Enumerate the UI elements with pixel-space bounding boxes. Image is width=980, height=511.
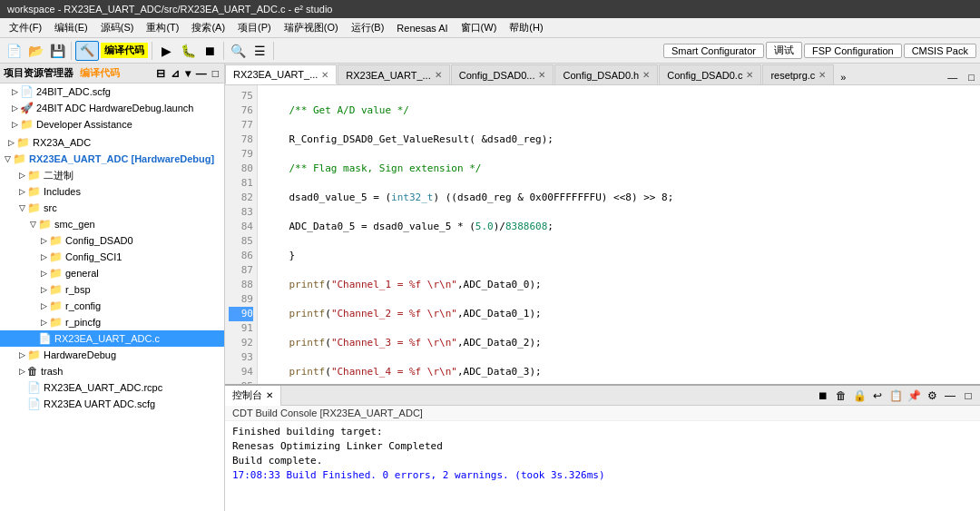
- code-line-76: R_Config_DSAD0_Get_ValueResult( &dsad0_r…: [265, 133, 973, 147]
- console-scroll-lock-icon[interactable]: 🔒: [851, 388, 867, 404]
- tab-close-4[interactable]: ✕: [746, 70, 753, 80]
- console-max-icon[interactable]: □: [960, 388, 976, 404]
- tab-close-2[interactable]: ✕: [538, 70, 545, 80]
- file-icon: 📄: [20, 85, 34, 98]
- menu-search[interactable]: 搜索(A): [186, 19, 230, 36]
- tree-item-rx23a-adc[interactable]: ▷ 📁 RX23A_ADC: [0, 134, 224, 151]
- editor-min-button[interactable]: —: [942, 70, 963, 84]
- console-stop-icon[interactable]: ⏹: [815, 388, 831, 404]
- debug-run-button[interactable]: 🐛: [178, 41, 198, 61]
- maximize-icon[interactable]: □: [211, 66, 220, 81]
- main-container: 项目资源管理器 编译代码 ⊟ ⊿ ▾ — □ ▷ 📄 24BIT_ADC.scf…: [0, 64, 980, 511]
- console-line-3: Renesas Optimizing Linker Completed: [232, 439, 973, 454]
- run-button[interactable]: ▶: [156, 41, 176, 61]
- filter-button[interactable]: 🔍: [228, 41, 248, 61]
- folder-open-icon: 📁: [38, 218, 52, 231]
- filter-icon[interactable]: ⊿: [169, 66, 181, 81]
- tree-item-adc-scfg[interactable]: ▷ 📄 24BIT_ADC.scfg: [0, 84, 224, 100]
- tab-1[interactable]: RX23EA_UART_... ✕: [338, 64, 449, 84]
- console-copy-icon[interactable]: 📋: [887, 388, 904, 404]
- tab-label-2: Config_DSAD0...: [459, 70, 535, 81]
- tree-item-trash[interactable]: ▷ 🗑 trash: [0, 363, 224, 379]
- menu-source[interactable]: 源码(S): [95, 19, 140, 36]
- collapse-all-icon[interactable]: ⊟: [154, 66, 167, 81]
- toolbar-sep3: [223, 42, 224, 60]
- code-content[interactable]: /** Get A/D value */ R_Config_DSAD0_Get_…: [258, 85, 980, 384]
- tree-item-config-dsad0[interactable]: ▷ 📁 Config_DSAD0: [0, 232, 224, 249]
- menu-run[interactable]: 运行(B): [346, 19, 390, 36]
- menu-edit[interactable]: 编辑(E): [49, 19, 93, 36]
- tree-item-smc-gen[interactable]: ▽ 📁 smc_gen: [0, 216, 224, 232]
- tab-5[interactable]: resetprg.c ✕: [762, 64, 834, 84]
- menu-file[interactable]: 文件(F): [4, 19, 47, 36]
- fsp-config-button[interactable]: FSP Configuration: [804, 44, 902, 58]
- editor-max-button[interactable]: □: [963, 70, 980, 84]
- save-button[interactable]: 💾: [47, 41, 67, 61]
- menu-renesas-ai[interactable]: Renesas AI: [391, 21, 453, 35]
- code-line-75: /** Get A/D value */: [265, 103, 973, 118]
- tab-4[interactable]: Config_DSAD0.c ✕: [659, 64, 761, 84]
- c-file-icon: 📄: [38, 332, 52, 345]
- console-min-icon[interactable]: —: [942, 388, 958, 404]
- new-button[interactable]: 📄: [4, 41, 24, 61]
- tab-0[interactable]: RX23EA_UART_... ✕: [225, 64, 337, 84]
- tree-item-binary[interactable]: ▷ 📁 二进制: [0, 167, 224, 183]
- console-settings-icon[interactable]: ⚙: [924, 388, 940, 404]
- debug-button[interactable]: 调试: [766, 42, 802, 59]
- tab-2[interactable]: Config_DSAD0... ✕: [451, 64, 554, 84]
- tree-item-developer-assistance[interactable]: ▷ 📁 Developer Assistance: [0, 116, 224, 133]
- tree-item-rcpc[interactable]: 📄 RX23EA_UART_ADC.rcpc: [0, 379, 224, 396]
- tab-close-5[interactable]: ✕: [818, 70, 826, 80]
- tree-item-includes[interactable]: ▷ 📁 Includes: [0, 183, 224, 200]
- tree-item-general[interactable]: ▷ 📁 general: [0, 265, 224, 281]
- console-content[interactable]: Finished building target: Renesas Optimi…: [225, 421, 980, 511]
- console-clear-icon[interactable]: 🗑: [833, 388, 849, 404]
- tree-item-main-c[interactable]: 📄 RX23EA_UART_ADC.c: [0, 330, 224, 347]
- tree-item-r-config[interactable]: ▷ 📁 r_config: [0, 298, 224, 314]
- code-editor[interactable]: 75 76 77 78 79 80 81 82 83 84 85 86 87 8…: [225, 85, 980, 384]
- file-icon: 📄: [27, 398, 41, 410]
- menu-window[interactable]: 窗口(W): [456, 19, 503, 36]
- tab-close-0[interactable]: ✕: [321, 70, 328, 80]
- console-paste-icon[interactable]: 📌: [906, 388, 922, 404]
- tab-close-1[interactable]: ✕: [435, 70, 442, 80]
- menubar: 文件(F) 编辑(E) 源码(S) 重构(T) 搜索(A) 项目(P) 瑞萨视图…: [0, 18, 980, 38]
- tab-3[interactable]: Config_DSAD0.h ✕: [554, 64, 658, 84]
- toolbar: 📄 📂 💾 🔨 编译代码 ▶ 🐛 ⏹ 🔍 ☰ Smart Configurato…: [0, 38, 980, 64]
- cmsis-pack-button[interactable]: CMSIS Pack: [904, 44, 976, 58]
- stop-button[interactable]: ⏹: [200, 41, 220, 61]
- toggle-sidebar-button[interactable]: ☰: [250, 41, 270, 61]
- minimize-icon[interactable]: —: [194, 66, 209, 81]
- tree-item-src[interactable]: ▽ 📁 src: [0, 200, 224, 216]
- tree-item-hardware-debug[interactable]: ▷ 📁 HardwareDebug: [0, 347, 224, 363]
- tab-bar: RX23EA_UART_... ✕ RX23EA_UART_... ✕ Conf…: [225, 64, 980, 85]
- console-tab[interactable]: 控制台 ✕: [225, 386, 281, 406]
- folder-icon: 📁: [16, 136, 30, 149]
- build-button[interactable]: 🔨: [75, 41, 99, 61]
- folder-icon: 📁: [49, 234, 63, 247]
- tree-item-scfg[interactable]: 📄 RX23EA UART ADC.scfg: [0, 396, 224, 412]
- right-panel: RX23EA_UART_... ✕ RX23EA_UART_... ✕ Conf…: [225, 64, 980, 511]
- menu-refactor[interactable]: 重构(T): [141, 19, 184, 36]
- code-line-83: printf("Channel_3 = %f \r\n",ADC_Data0_2…: [265, 336, 973, 350]
- tree-item-r-pincfg[interactable]: ▷ 📁 r_pincfg: [0, 314, 224, 330]
- more-icon[interactable]: ▾: [183, 66, 192, 81]
- menu-renesas-view[interactable]: 瑞萨视图(O): [279, 19, 344, 36]
- editor-area: RX23EA_UART_... ✕ RX23EA_UART_... ✕ Conf…: [225, 64, 980, 384]
- tree-item-config-sci1[interactable]: ▷ 📁 Config_SCI1: [0, 249, 224, 265]
- tree-item-r-bsp[interactable]: ▷ 📁 r_bsp: [0, 281, 224, 298]
- console-word-wrap-icon[interactable]: ↩: [869, 388, 886, 404]
- menu-help[interactable]: 帮助(H): [504, 19, 548, 36]
- open-button[interactable]: 📂: [25, 41, 45, 61]
- menu-project[interactable]: 项目(P): [232, 19, 277, 36]
- folder-icon: 📁: [27, 185, 41, 198]
- build-icon: 🔨: [80, 44, 94, 57]
- console-tab-close[interactable]: ✕: [266, 390, 273, 400]
- console-line-6: 17:08:33 Build Finished. 0 errors, 2 war…: [232, 468, 973, 483]
- smart-configurator-button[interactable]: Smart Configurator: [663, 44, 764, 58]
- sidebar-tree: ▷ 📄 24BIT_ADC.scfg ▷ 🚀 24BIT ADC Hardwar…: [0, 84, 224, 511]
- tree-item-launch[interactable]: ▷ 🚀 24BIT ADC HardwareDebug.launch: [0, 100, 224, 116]
- tab-close-3[interactable]: ✕: [642, 70, 650, 80]
- tree-item-rx23ea-uart-adc[interactable]: ▽ 📁 RX23EA_UART_ADC [HardwareDebug]: [0, 151, 224, 167]
- tab-more-button[interactable]: »: [835, 70, 851, 84]
